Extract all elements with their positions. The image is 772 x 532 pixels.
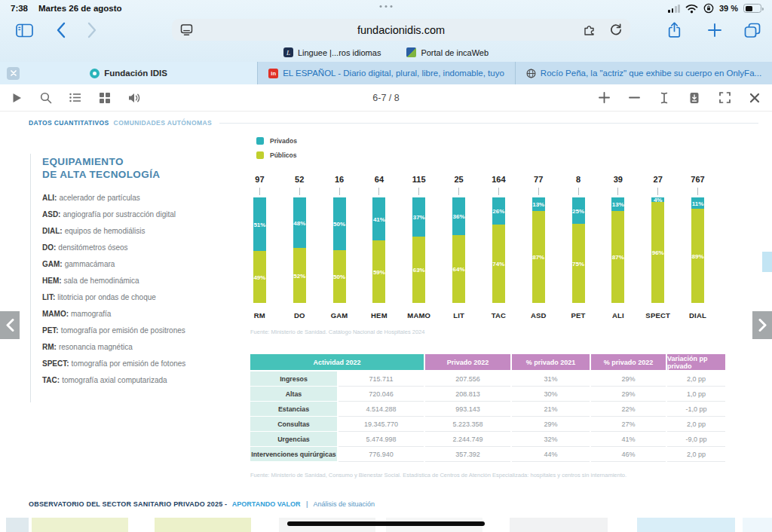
header-privado-2022: Privado 2022 [425,354,510,370]
ipad-screen: 7:38 Martes 26 de agosto 39 % [0,0,772,532]
bar-tick [697,188,698,195]
fullscreen-button[interactable] [718,91,731,105]
bar-total-label: 64 [359,175,399,187]
page-thumbnail[interactable] [743,518,772,532]
tab-fundacion-idis[interactable]: Fundación IDIS [0,62,257,84]
bookmark-linguee[interactable]: L Linguee |...ros idiomas [283,47,381,57]
document-footer: OBSERVATORIO DEL SECTOR SANITARIO PRIVAD… [29,500,375,508]
pct-2022-cell: 46% [591,447,666,462]
forward-button[interactable] [81,20,103,41]
bookmark-incaweb[interactable]: Portal de incaWeb [406,47,489,57]
bar-category-label: TAC [479,311,519,320]
stage-manager-dots-icon[interactable] [380,5,393,8]
tab-rocio-pena[interactable]: Rocío Peña, la "actriz" que exhibe su cu… [515,62,772,84]
browser-chrome: 7:38 Martes 26 de agosto 39 % [0,0,772,84]
abbreviation-description: mamografía [71,310,111,318]
pdf-download-button[interactable] [688,91,701,105]
read-aloud-speaker-button[interactable] [127,91,141,105]
next-page-edge [762,252,772,272]
battery-percent: 39 % [719,4,738,13]
page-thumbnail[interactable] [6,518,29,532]
close-button[interactable] [748,91,761,105]
legend-swatch [256,151,264,159]
pct-2022-cell: 22% [591,402,666,417]
bar-segment-privados: 37% [412,197,425,237]
bar-segment-value: 96% [652,249,664,255]
variacion-cell: 2,0 pp [667,417,725,432]
footer-subtitle: Análisis de situación [314,500,375,508]
presentation-play-button[interactable] [10,91,23,105]
page-thumbnail[interactable] [510,518,608,532]
breadcrumb-rule [219,123,758,124]
reload-button[interactable] [610,23,622,36]
bar-segment-value: 36% [453,213,465,220]
search-button[interactable] [39,91,53,105]
abbreviation-description: litotricia por ondas de choque [57,293,156,301]
actividad-value-cell: 776.940 [339,447,424,462]
abbreviation-item: PET:tomografía por emisión de positrones [42,327,185,335]
page-thumbnail[interactable] [155,518,251,532]
tab-el-espanol[interactable]: in EL ESPAÑOL - Diario digital, plural, … [257,62,515,84]
bar-segment-value: 49% [253,274,265,280]
footer-separator: | [306,500,308,508]
privado-value-cell: 207.556 [425,371,510,387]
bar-total-label: 16 [320,175,360,187]
bar-stack: 13% 87% [611,197,624,303]
footer-highlight: APORTANDO VALOR [232,500,301,508]
header-pct-privado-2022: % privado 2022 [591,354,666,370]
table-row: Consultas 19.345.770 5.223.358 29% 27% 2… [250,417,725,432]
tab-close-button[interactable] [7,67,20,80]
next-page-arrow[interactable] [752,311,772,339]
outline-button[interactable] [69,91,82,105]
bar-tick [657,188,658,195]
zoom-out-button[interactable] [627,91,641,105]
page-thumbnail[interactable] [637,518,735,532]
bar-total-label: 52 [280,175,320,187]
abbreviation-item: DIAL:equipos de hemodiálisis [42,228,185,235]
section-vertical-rule [30,154,31,402]
url-bar[interactable]: fundacionidis.com [172,19,630,41]
bar-tick [418,188,419,195]
tabs-overview-button[interactable] [742,20,763,41]
share-button[interactable] [663,20,685,41]
bar-segment-publicos: 64% [452,235,465,303]
home-indicator[interactable] [287,521,485,526]
bar-segment-value: 51% [253,221,265,228]
privado-value-cell: 208.813 [425,387,510,402]
extensions-icon[interactable] [584,24,596,35]
bar-segment-privados: 48% [293,197,306,248]
page-settings-icon[interactable] [180,23,193,36]
variacion-cell: 1,0 pp [667,387,725,402]
thumbnails-grid-button[interactable] [98,91,112,105]
abbreviation-item: TAC:tomografía axial computarizada [42,377,185,384]
pct-2021-cell: 32% [512,432,590,447]
pct-2022-cell: 29% [591,387,666,402]
previous-page-arrow[interactable] [0,311,20,339]
bar-total-label: 27 [638,175,678,187]
text-select-button[interactable] [657,91,671,105]
actividad-value-cell: 19.345.770 [339,417,424,432]
bar-tick [299,188,300,195]
tab-title: Fundación IDIS [104,69,167,78]
abbreviation-description: tomografía por emisión de positrones [61,326,185,335]
tab-title: EL ESPAÑOL - Diario digital, plural, lib… [283,69,504,78]
page-thumbnail[interactable] [32,518,128,532]
status-date: Martes 26 de agosto [38,4,122,13]
sidebar-toggle-button[interactable] [14,20,35,41]
abbreviation-item: MAMO:mamografía [42,310,185,318]
bar-category-label: DIAL [678,311,718,320]
bar-segment-value: 87% [612,254,624,261]
chart-bar: 77 13% 87% ASD [519,175,559,320]
abbreviation-item: HEM:sala de hemodinámica [42,277,185,285]
bar-stack: 11% 89% [691,197,704,303]
bar-category-label: SPECT [638,311,678,320]
back-button[interactable] [50,20,71,41]
variacion-cell: 2,0 pp [667,447,725,462]
bar-tick [498,188,499,195]
bookmark-label: Portal de incaWeb [421,48,489,57]
zoom-in-button[interactable] [597,91,611,105]
bar-total-label: 39 [598,175,638,187]
new-tab-button[interactable] [704,20,725,41]
fundacion-idis-favicon [90,69,100,78]
bar-segment-publicos: 87% [532,211,545,303]
